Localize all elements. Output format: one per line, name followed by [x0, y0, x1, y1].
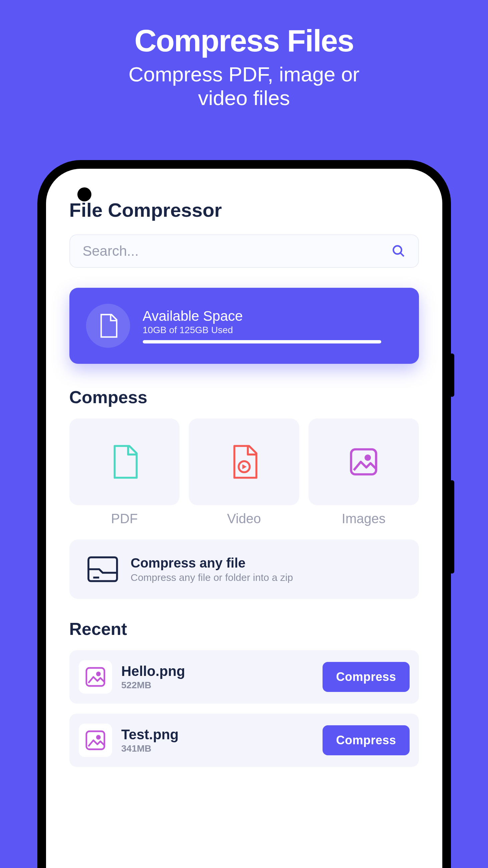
- recent-item[interactable]: Hello.png 522MB Compress: [69, 650, 419, 704]
- file-icon: [86, 304, 130, 348]
- compress-pdf-button[interactable]: PDF: [69, 418, 180, 526]
- pdf-icon: [110, 443, 140, 480]
- recent-file-size: 522MB: [121, 680, 313, 691]
- compress-label: Images: [342, 511, 386, 526]
- phone-screen: File Compressor Search... Available Spac…: [46, 169, 442, 868]
- app-title: File Compressor: [69, 199, 419, 221]
- phone-side-button: [450, 480, 454, 574]
- svg-line-1: [400, 253, 404, 256]
- image-icon: [347, 445, 380, 478]
- recent-section-title: Recent: [69, 619, 419, 639]
- phone-side-button: [450, 353, 454, 397]
- compress-label: Video: [227, 511, 261, 526]
- search-input[interactable]: Search...: [69, 235, 419, 268]
- storage-card[interactable]: Available Space 10GB of 125GB Used: [69, 288, 419, 364]
- compress-button[interactable]: Compress: [323, 662, 409, 692]
- svg-point-10: [97, 736, 100, 739]
- zip-title: Compress any file: [131, 556, 293, 570]
- phone-frame: File Compressor Search... Available Spac…: [37, 160, 451, 868]
- recent-item[interactable]: Test.png 341MB Compress: [69, 714, 419, 767]
- video-icon: [229, 443, 259, 480]
- compress-label: PDF: [111, 511, 138, 526]
- svg-point-4: [366, 456, 370, 460]
- storage-subtitle: 10GB of 125GB Used: [143, 325, 402, 336]
- image-icon: [79, 723, 112, 757]
- search-placeholder: Search...: [83, 243, 139, 259]
- phone-camera: [78, 187, 91, 202]
- folder-icon: [86, 554, 119, 584]
- recent-file-size: 341MB: [121, 743, 313, 754]
- compress-section-title: Compess: [69, 387, 419, 407]
- storage-title: Available Space: [143, 308, 402, 324]
- svg-point-8: [97, 673, 100, 676]
- compress-button[interactable]: Compress: [323, 725, 409, 755]
- recent-file-name: Test.png: [121, 726, 313, 743]
- image-icon: [79, 660, 112, 693]
- storage-progress-bar: [143, 340, 382, 343]
- compress-zip-button[interactable]: Compress any file Compress any file or f…: [69, 539, 419, 599]
- compress-video-button[interactable]: Video: [189, 418, 299, 526]
- compress-images-button[interactable]: Images: [309, 418, 419, 526]
- recent-file-name: Hello.png: [121, 663, 313, 679]
- hero-subtitle: Compress PDF, image or video files: [0, 62, 488, 110]
- search-icon: [392, 244, 406, 258]
- hero-title: Compress Files: [0, 0, 488, 58]
- zip-subtitle: Compress any file or folder into a zip: [131, 572, 293, 583]
- svg-point-0: [393, 246, 402, 254]
